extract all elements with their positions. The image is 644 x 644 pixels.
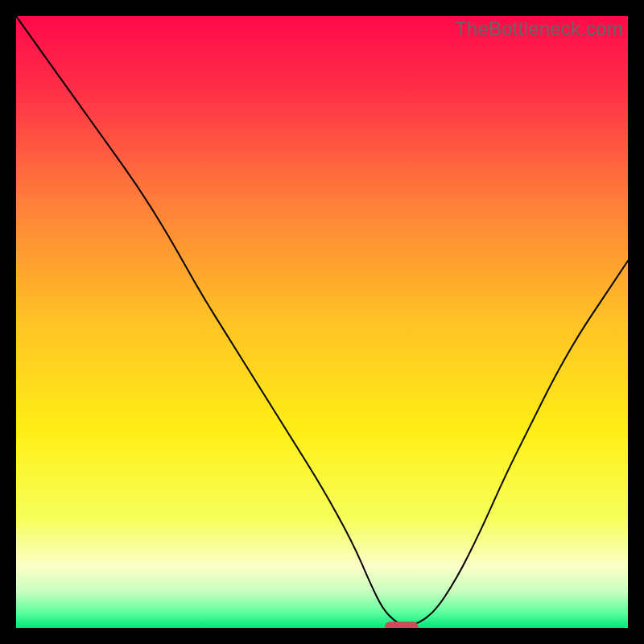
gradient-background (16, 16, 628, 628)
chart-frame: TheBottleneck.com (0, 0, 644, 644)
bottleneck-chart (16, 16, 628, 628)
plot-area (16, 16, 628, 628)
watermark-text: TheBottleneck.com (455, 18, 623, 40)
optimal-marker (385, 621, 419, 628)
